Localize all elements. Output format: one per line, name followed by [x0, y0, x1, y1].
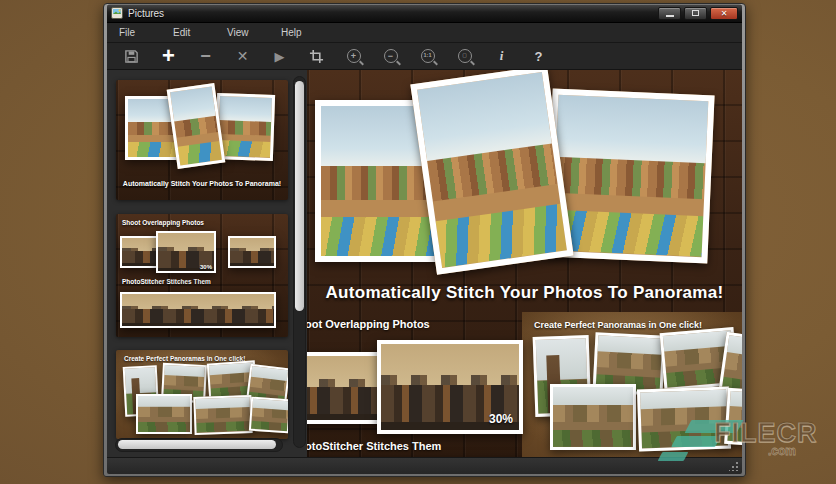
preview-photo	[637, 386, 731, 451]
sidebar-vertical-scrollbar[interactable]	[293, 76, 306, 448]
info-icon: i	[500, 48, 504, 64]
app-window: Pictures ✕ File Edit View Help	[103, 3, 746, 477]
resize-grip-icon[interactable]	[729, 461, 739, 471]
add-photos-icon: +	[162, 46, 175, 66]
menu-help[interactable]: Help	[281, 27, 335, 38]
thumb-photo	[249, 397, 288, 434]
menu-view[interactable]: View	[227, 27, 281, 38]
add-photos-button[interactable]: +	[150, 43, 187, 69]
window-controls: ✕	[658, 7, 738, 20]
thumb-photo: 30%	[156, 231, 216, 273]
thumb-photo	[120, 292, 276, 328]
zoom-in-button[interactable]: +	[335, 43, 372, 69]
save-button[interactable]	[113, 43, 150, 69]
thumbnail-sidebar: Automatically Stitch Your Photos To Pano…	[107, 70, 307, 457]
close-button[interactable]: ✕	[710, 7, 738, 20]
preview-canvas[interactable]: Automatically Stitch Your Photos To Pano…	[307, 70, 742, 457]
remove-photo-icon: −	[200, 47, 211, 65]
delete-all-button[interactable]: ✕	[224, 43, 261, 69]
thumbnail-caption: PhotoStitcher Stitches Them	[122, 278, 211, 285]
panel-title: Create Perfect Panoramas in One click!	[534, 320, 702, 330]
thumb-photo	[215, 93, 275, 161]
preview-photo	[410, 70, 573, 275]
scrollbar-thumb[interactable]	[118, 440, 276, 449]
thumbnail-caption: Shoot Overlapping Photos	[122, 219, 204, 226]
watermark-tld: .com	[768, 444, 796, 458]
thumb-photo	[193, 395, 252, 435]
zoom-out-icon: −	[384, 49, 398, 63]
scrollbar-thumb[interactable]	[295, 81, 304, 311]
preview-photo: 30%	[377, 340, 523, 434]
stitch-run-icon: ▶	[275, 49, 285, 64]
menu-bar: File Edit View Help	[107, 23, 742, 43]
thumbnail-caption: Automatically Stitch Your Photos To Pano…	[116, 180, 288, 187]
menu-file[interactable]: File	[119, 27, 173, 38]
crop-icon	[309, 49, 324, 64]
zoom-out-button[interactable]: −	[372, 43, 409, 69]
thumbnail-caption: Create Perfect Panoramas in One click!	[124, 355, 245, 362]
zoom-fit-button[interactable]: ◻	[446, 43, 483, 69]
status-bar	[107, 457, 742, 474]
delete-all-icon: ✕	[237, 48, 249, 64]
zoom-fit-icon: ◻	[458, 49, 472, 63]
remove-photo-button[interactable]: −	[187, 43, 224, 69]
toolbar: + − ✕ ▶ + − 1:	[107, 43, 742, 70]
help-button[interactable]: ?	[520, 43, 557, 69]
panel-title: Shoot Overlapping Photos	[307, 318, 430, 330]
content-area: Automatically Stitch Your Photos To Pano…	[107, 70, 742, 457]
minimize-button[interactable]	[658, 7, 681, 20]
app-icon	[111, 7, 123, 19]
thumbnail-stitch-promo[interactable]: Automatically Stitch Your Photos To Pano…	[116, 80, 288, 200]
thumbnail-oneclick-promo[interactable]: Create Perfect Panoramas in One click!	[116, 350, 288, 439]
info-button[interactable]: i	[483, 43, 520, 69]
help-icon: ?	[535, 49, 543, 64]
minimize-icon	[666, 15, 674, 17]
overlap-label: 30%	[200, 264, 212, 270]
stitch-run-button[interactable]: ▶	[261, 43, 298, 69]
zoom-actual-size-icon: 1:1	[421, 49, 435, 63]
promo-headline: Automatically Stitch Your Photos To Pano…	[307, 283, 742, 303]
thumb-photo	[228, 236, 276, 268]
overlap-label: 30%	[489, 412, 513, 426]
panel-subtitle: PhotoStitcher Stitches Them	[307, 440, 441, 452]
preview-photo	[550, 384, 636, 450]
preview-photo	[724, 388, 742, 448]
window-title: Pictures	[128, 8, 164, 19]
crop-button[interactable]	[298, 43, 335, 69]
maximize-icon	[692, 10, 699, 16]
thumb-photo	[136, 394, 192, 434]
sidebar-horizontal-scrollbar[interactable]	[115, 438, 283, 452]
save-icon	[124, 49, 139, 64]
menu-edit[interactable]: Edit	[173, 27, 227, 38]
promo-panel-oneclick: Create Perfect Panoramas in One click!	[522, 312, 742, 457]
close-icon: ✕	[721, 9, 728, 18]
thumbnail-overlap-promo[interactable]: Shoot Overlapping Photos 30% PhotoStitch…	[116, 214, 288, 337]
zoom-actual-size-button[interactable]: 1:1	[409, 43, 446, 69]
titlebar[interactable]: Pictures ✕	[107, 4, 742, 23]
zoom-in-icon: +	[347, 49, 361, 63]
maximize-button[interactable]	[684, 7, 707, 20]
